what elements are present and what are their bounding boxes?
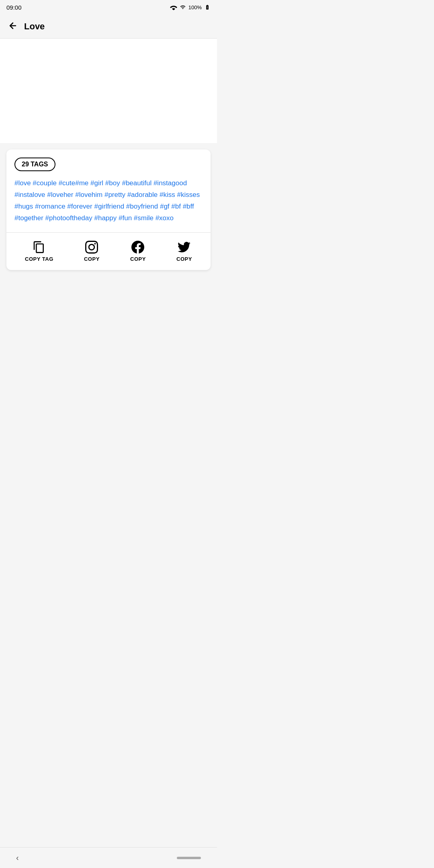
- copy-instagram-button[interactable]: COPY: [84, 241, 100, 262]
- card-body: 29 TAGS #love #couple #cute#me #girl #bo…: [6, 149, 211, 232]
- battery-icon: [204, 4, 211, 10]
- hashtag-card: 29 TAGS #love #couple #cute#me #girl #bo…: [6, 149, 211, 270]
- copy-twitter-label: COPY: [176, 256, 192, 262]
- copy-twitter-button[interactable]: COPY: [176, 241, 192, 262]
- instagram-icon: [85, 241, 98, 254]
- copy-facebook-label: COPY: [130, 256, 146, 262]
- tag-count-badge: 29 TAGS: [14, 158, 55, 171]
- action-row: COPY TAG COPY COPY COPY: [6, 233, 211, 270]
- facebook-icon: [131, 241, 144, 254]
- copy-tag-label: COPY TAG: [25, 256, 53, 262]
- wifi-icon: [170, 4, 177, 10]
- copy-tag-button[interactable]: COPY TAG: [25, 241, 53, 262]
- page-title: Love: [24, 21, 45, 32]
- copy-icon: [33, 241, 45, 254]
- battery-text: 100%: [188, 4, 202, 10]
- copy-instagram-label: COPY: [84, 256, 100, 262]
- status-bar: 09:00 100%: [0, 0, 217, 14]
- twitter-icon: [178, 241, 190, 254]
- signal-icon: [180, 4, 186, 10]
- ad-banner: [0, 39, 217, 143]
- status-icons: 100%: [170, 4, 211, 10]
- hashtag-content: #love #couple #cute#me #girl #boy #beaut…: [14, 178, 203, 224]
- copy-facebook-button[interactable]: COPY: [130, 241, 146, 262]
- status-time: 09:00: [6, 4, 22, 11]
- app-bar: Love: [0, 14, 217, 39]
- back-button[interactable]: [6, 19, 19, 34]
